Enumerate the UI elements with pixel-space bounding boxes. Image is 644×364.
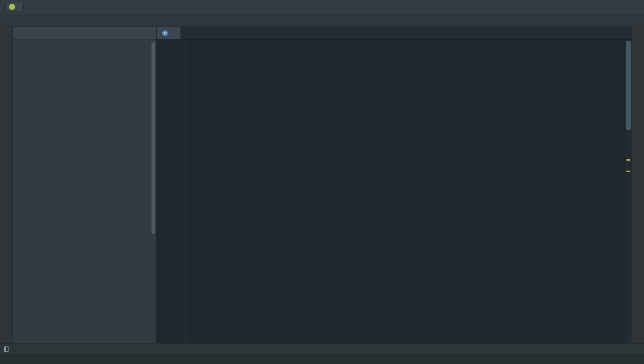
editor-scrollbar[interactable]	[626, 40, 631, 343]
warning-stripe-mark[interactable]	[626, 159, 630, 161]
run-configuration-selector[interactable]	[5, 2, 24, 12]
class-icon: C	[162, 30, 168, 36]
gutter	[156, 43, 186, 343]
main-area: C	[0, 27, 644, 343]
main-toolbar	[0, 0, 644, 14]
bottom-tool-bar	[0, 343, 644, 354]
project-scrollbar[interactable]	[152, 42, 155, 234]
editor-area: C	[156, 27, 631, 343]
code-lines[interactable]	[186, 43, 631, 343]
editor-tab-mainactivity[interactable]: C	[157, 27, 180, 39]
editor-tab-bar: C	[156, 27, 631, 40]
warning-stripe-mark[interactable]	[626, 171, 630, 172]
project-tree	[13, 40, 156, 343]
toolwindow-toggle-icon[interactable]	[4, 346, 9, 352]
breadcrumb	[0, 14, 644, 27]
status-bar	[0, 354, 644, 364]
android-icon	[9, 4, 15, 10]
editor-body	[156, 40, 631, 343]
project-panel-header	[13, 27, 156, 40]
editor-scrollbar-thumb[interactable]	[626, 41, 631, 130]
left-tool-stripe	[0, 27, 13, 343]
right-tool-stripe	[631, 27, 644, 343]
project-panel	[13, 27, 156, 343]
android-studio-window: C	[0, 0, 644, 364]
